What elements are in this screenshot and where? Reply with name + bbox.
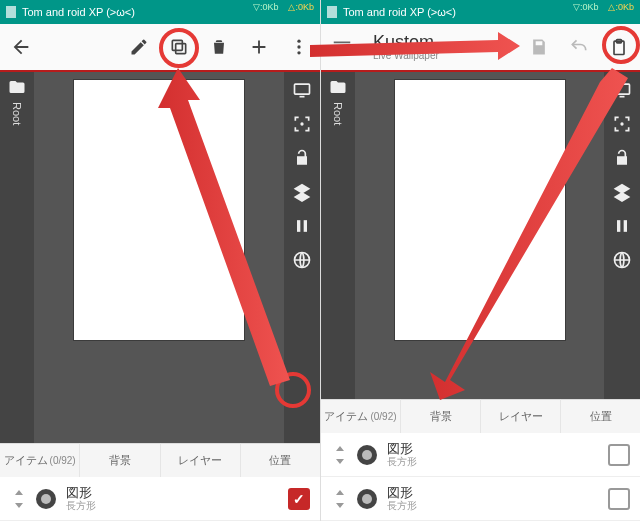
status-bar: Tom and roid XP (>ω<) ▽:0Kb △:0Kb xyxy=(321,0,640,24)
item-checkbox[interactable] xyxy=(608,488,630,510)
status-icon xyxy=(6,6,16,18)
svg-point-15 xyxy=(620,122,623,125)
svg-point-7 xyxy=(300,122,303,125)
svg-rect-14 xyxy=(620,96,625,98)
svg-rect-5 xyxy=(295,84,310,94)
lock-icon[interactable] xyxy=(292,148,312,168)
item-list: 図形長方形 xyxy=(0,477,320,521)
menu-icon[interactable] xyxy=(327,32,357,62)
item-title: 図形 xyxy=(66,486,288,500)
svg-rect-17 xyxy=(624,220,627,232)
edit-icon[interactable] xyxy=(124,32,154,62)
left-rail: Root xyxy=(321,72,355,399)
right-panel: Tom and roid XP (>ω<) ▽:0Kb △:0Kb Kustom… xyxy=(320,0,640,521)
toolbar: Kustom Live Wallpaper xyxy=(321,24,640,72)
svg-rect-0 xyxy=(176,44,186,54)
list-item[interactable]: 図形長方形 xyxy=(321,433,640,477)
root-label: Root xyxy=(11,102,23,125)
status-title: Tom and roid XP (>ω<) xyxy=(22,6,135,18)
globe-icon[interactable] xyxy=(612,250,632,270)
pause-icon[interactable] xyxy=(612,216,632,236)
canvas-area: Root xyxy=(321,72,640,399)
root-label: Root xyxy=(332,102,344,125)
status-icon xyxy=(327,6,337,18)
tabs: アイテム(0/92) 背景 レイヤー 位置 xyxy=(321,399,640,433)
lock-icon[interactable] xyxy=(612,148,632,168)
svg-point-2 xyxy=(297,40,300,43)
item-title: 図形 xyxy=(387,442,608,456)
toolbar xyxy=(0,24,320,72)
save-icon[interactable] xyxy=(524,32,554,62)
canvas[interactable] xyxy=(34,72,284,443)
tab-items[interactable]: アイテム(0/92) xyxy=(0,443,79,477)
tab-background[interactable]: 背景 xyxy=(400,399,480,433)
tab-background[interactable]: 背景 xyxy=(79,443,159,477)
right-tool-rail xyxy=(284,72,320,443)
trash-icon[interactable] xyxy=(204,32,234,62)
status-bar: Tom and roid XP (>ω<) ▽:0Kb △:0Kb xyxy=(0,0,320,24)
canvas-area: Root xyxy=(0,72,320,443)
right-tool-rail xyxy=(604,72,640,399)
canvas-page xyxy=(395,80,565,340)
item-subtitle: 長方形 xyxy=(387,500,608,511)
item-checkbox[interactable] xyxy=(288,488,310,510)
svg-point-4 xyxy=(297,51,300,54)
svg-rect-1 xyxy=(172,40,182,50)
item-checkbox[interactable] xyxy=(608,444,630,466)
focus-icon[interactable] xyxy=(612,114,632,134)
clipboard-icon[interactable] xyxy=(604,32,634,62)
app-title-block: Kustom Live Wallpaper xyxy=(373,33,439,61)
layers-icon[interactable] xyxy=(292,182,312,202)
drag-handle-icon[interactable] xyxy=(10,490,28,508)
tabs: アイテム(0/92) 背景 レイヤー 位置 xyxy=(0,443,320,477)
app-subtitle: Live Wallpaper xyxy=(373,51,439,61)
list-item[interactable]: 図形長方形 xyxy=(321,477,640,521)
item-list: 図形長方形 図形長方形 xyxy=(321,433,640,521)
pause-icon[interactable] xyxy=(292,216,312,236)
item-title: 図形 xyxy=(387,486,608,500)
item-thumb-icon xyxy=(357,445,377,465)
undo-icon[interactable] xyxy=(564,32,594,62)
canvas[interactable] xyxy=(355,72,604,399)
layers-icon[interactable] xyxy=(612,182,632,202)
more-icon[interactable] xyxy=(284,32,314,62)
add-button[interactable] xyxy=(244,32,274,62)
status-net: ▽:0Kb △:0Kb xyxy=(253,2,314,12)
copy-icon[interactable] xyxy=(164,32,194,62)
globe-icon[interactable] xyxy=(292,250,312,270)
list-item[interactable]: 図形長方形 xyxy=(0,477,320,521)
svg-rect-8 xyxy=(297,220,300,232)
item-subtitle: 長方形 xyxy=(387,456,608,467)
item-thumb-icon xyxy=(357,489,377,509)
svg-rect-9 xyxy=(304,220,307,232)
screen-icon[interactable] xyxy=(292,80,312,100)
back-button[interactable] xyxy=(6,32,36,62)
tab-items[interactable]: アイテム(0/92) xyxy=(321,399,400,433)
screen-icon[interactable] xyxy=(612,80,632,100)
tab-position[interactable]: 位置 xyxy=(240,443,320,477)
svg-rect-16 xyxy=(617,220,620,232)
drag-handle-icon[interactable] xyxy=(331,490,349,508)
left-rail: Root xyxy=(0,72,34,443)
item-thumb-icon xyxy=(36,489,56,509)
app-title: Kustom xyxy=(373,33,439,51)
focus-icon[interactable] xyxy=(292,114,312,134)
tab-layer[interactable]: レイヤー xyxy=(160,443,240,477)
item-subtitle: 長方形 xyxy=(66,500,288,511)
svg-point-3 xyxy=(297,45,300,48)
svg-rect-13 xyxy=(615,84,630,94)
folder-icon[interactable] xyxy=(6,78,28,96)
tab-layer[interactable]: レイヤー xyxy=(480,399,560,433)
left-panel: Tom and roid XP (>ω<) ▽:0Kb △:0Kb Root xyxy=(0,0,320,521)
tab-position[interactable]: 位置 xyxy=(560,399,640,433)
status-title: Tom and roid XP (>ω<) xyxy=(343,6,456,18)
drag-handle-icon[interactable] xyxy=(331,446,349,464)
canvas-page xyxy=(74,80,244,340)
svg-rect-6 xyxy=(300,96,305,98)
status-net: ▽:0Kb △:0Kb xyxy=(573,2,634,12)
folder-icon[interactable] xyxy=(327,78,349,96)
